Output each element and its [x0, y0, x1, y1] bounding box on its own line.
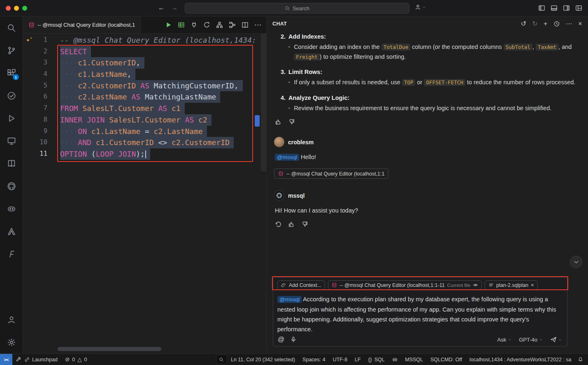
thumb-up-icon[interactable]: [275, 118, 282, 125]
activitybar-item-search[interactable]: [0, 16, 23, 39]
attachment-pill[interactable]: -- @mssql Chat Query Editor (localhost,1…: [274, 169, 388, 179]
code-line-11[interactable]: 11OPTION (LOOP JOIN);: [23, 148, 266, 160]
activity-bar: 1: [0, 16, 23, 353]
forward-icon[interactable]: →: [171, 4, 178, 12]
model-selector[interactable]: GPT-4o: [519, 337, 543, 343]
layout-panel-icon[interactable]: [551, 5, 558, 12]
copilot-sparkle-icon[interactable]: ✦✦: [26, 36, 32, 44]
activitybar-item-azure-check[interactable]: [0, 84, 23, 107]
status-item-launchpad[interactable]: Launchpad: [12, 354, 61, 365]
code-line-8[interactable]: 8INNER JOIN SalesLT.Customer AS c2: [23, 114, 266, 126]
activitybar-item-account[interactable]: [0, 308, 23, 331]
mic-icon[interactable]: [290, 336, 297, 343]
code-line-1[interactable]: 1-- @mssql Chat Query Editor (localhost,…: [23, 35, 266, 46]
code-line-7[interactable]: 7FROM SalesLT.Customer AS c1: [23, 103, 266, 114]
thumb-down-icon[interactable]: [288, 118, 295, 125]
horizontal-scrollbar[interactable]: [58, 347, 161, 351]
assistant-message-header: mssql: [274, 190, 581, 201]
inline-code: TOP: [402, 79, 416, 86]
chat-input-container[interactable]: Add Context...-- @mssql Chat Query Edito…: [273, 277, 567, 347]
undo-icon[interactable]: ↺: [521, 21, 526, 27]
vertical-scrollbar[interactable]: [261, 34, 266, 171]
close-window-button[interactable]: [6, 6, 11, 11]
activitybar-item-github[interactable]: [0, 175, 23, 197]
plus-icon[interactable]: +: [544, 21, 548, 27]
code-line-3[interactable]: 3····c1.CustomerID,: [23, 57, 266, 69]
account-menu-button[interactable]: [415, 4, 426, 10]
activitybar-item-extensions[interactable]: 1: [0, 62, 23, 84]
layout-left-icon[interactable]: [538, 5, 545, 12]
send-button[interactable]: [550, 336, 562, 343]
editor[interactable]: ✦✦ 1-- @mssql Chat Query Editor (localho…: [23, 34, 266, 353]
azure-a-icon: [7, 227, 16, 236]
status-item-ln-11-col-20-342-selected[interactable]: Ln 11, Col 20 (342 selected): [227, 354, 299, 365]
close-icon[interactable]: ×: [578, 21, 582, 27]
command-center-search[interactable]: Search: [185, 3, 409, 14]
mode-selector[interactable]: Ask: [497, 337, 512, 343]
thumb-up-icon[interactable]: [288, 221, 295, 228]
zoom-search-button[interactable]: [216, 355, 227, 364]
activitybar-item-gear[interactable]: [0, 331, 23, 353]
search-icon: [219, 357, 224, 362]
ellipsis-icon[interactable]: ⋯: [254, 21, 261, 28]
close-icon[interactable]: ×: [531, 282, 534, 288]
context-chip[interactable]: plan-2.sqlplan×: [485, 280, 537, 290]
refresh-icon[interactable]: [275, 221, 282, 228]
thumb-down-icon[interactable]: [301, 221, 308, 228]
context-chip[interactable]: -- @mssql Chat Query Editor (localhost,1…: [328, 280, 482, 290]
line-number: 6: [23, 91, 47, 103]
chat-input-text[interactable]: @mssql According to the execution plan s…: [277, 294, 563, 334]
notifications-bell[interactable]: [575, 354, 588, 365]
run-icon[interactable]: [165, 21, 172, 28]
zoom-window-button[interactable]: [22, 6, 27, 11]
status-item-sql[interactable]: {}SQL: [365, 354, 388, 365]
status-item-copilot[interactable]: [388, 354, 402, 365]
status-item-localhost-1434-adventureworkslt2022-sa[interactable]: localhost,1434 : AdventureWorksLT2022 : …: [466, 354, 575, 365]
back-icon[interactable]: ←: [158, 4, 165, 12]
code-line-9[interactable]: 9····ON c1.LastName = c2.LastName: [23, 126, 266, 137]
split-editor-icon[interactable]: [242, 21, 249, 28]
activitybar-item-remote-explorer[interactable]: [0, 129, 23, 152]
code-line-10[interactable]: 10····AND c1.CustomerID <> c2.CustomerID: [23, 137, 266, 148]
at-icon[interactable]: @: [278, 336, 284, 343]
activitybar-item-source-control[interactable]: [0, 39, 23, 62]
eye-icon[interactable]: [473, 282, 478, 288]
status-item-utf-8[interactable]: UTF-8: [329, 354, 351, 365]
customize-layout-icon[interactable]: [575, 5, 582, 12]
bullet-icon: ◦: [288, 42, 290, 62]
query-plan-icon[interactable]: [229, 21, 236, 28]
plug-icon[interactable]: [191, 21, 198, 28]
copilot-icon: [7, 204, 16, 213]
activitybar-item-book[interactable]: [0, 152, 23, 175]
code-line-5[interactable]: 5····c2.CustomerID AS MatchingCustomerID…: [23, 80, 266, 92]
minimize-window-button[interactable]: [14, 6, 19, 11]
activitybar-item-copilot[interactable]: [0, 197, 23, 220]
results-grid-icon[interactable]: [178, 21, 185, 28]
activitybar-item-run-debug[interactable]: [0, 107, 23, 129]
code-line-6[interactable]: 6····c2.LastName AS MatchingLastName: [23, 91, 266, 103]
scroll-down-button[interactable]: [570, 256, 582, 268]
problems-status[interactable]: ⊘0△0: [61, 354, 91, 365]
remote-indicator[interactable]: ><: [0, 354, 12, 365]
status-item-mssql[interactable]: MSSQL: [401, 354, 427, 365]
chat-list-item: 3.Limit Rows:◦If only a subset of result…: [274, 67, 581, 88]
schema-icon[interactable]: [216, 21, 223, 28]
search-icon: [285, 6, 290, 11]
status-item-lf[interactable]: LF: [351, 354, 365, 365]
history-icon[interactable]: [553, 21, 560, 27]
layout-right-icon[interactable]: [563, 5, 570, 12]
activitybar-item-flyway[interactable]: [0, 243, 23, 265]
context-chip[interactable]: Add Context...: [277, 280, 325, 290]
change-connection-icon[interactable]: [203, 21, 210, 28]
redo-icon[interactable]: ↻: [532, 21, 538, 27]
line-number: 9: [23, 126, 47, 137]
ellipsis-icon[interactable]: ⋯: [566, 21, 572, 27]
code-line-2[interactable]: 2SELECT: [23, 46, 266, 58]
status-item-sqlcmd-off[interactable]: SQLCMD: Off: [427, 354, 466, 365]
status-item-spaces-4[interactable]: Spaces: 4: [299, 354, 329, 365]
activitybar-item-azure-a[interactable]: [0, 220, 23, 243]
context-chip-row: Add Context...-- @mssql Chat Query Edito…: [277, 280, 563, 290]
editor-tab[interactable]: -- @mssql Chat Query Editor (localhost,1: [23, 16, 141, 33]
code-line-4[interactable]: 4····c1.LastName,: [23, 69, 266, 80]
line-number: 8: [23, 114, 47, 126]
